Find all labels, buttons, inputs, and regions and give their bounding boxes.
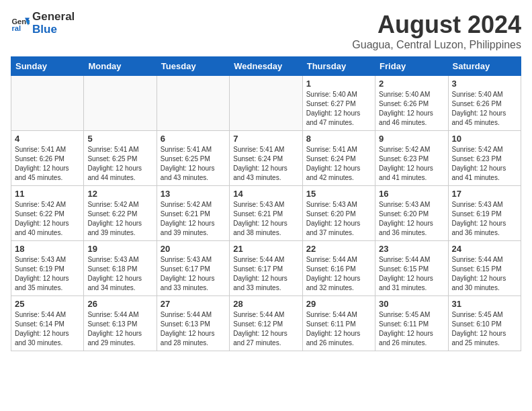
day-number: 9 (379, 134, 444, 144)
calendar-week-2: 4Sunrise: 5:41 AM Sunset: 6:26 PM Daylig… (11, 131, 521, 186)
day-number: 27 (161, 299, 226, 309)
day-number: 6 (161, 134, 226, 144)
logo-blue-text: Blue (32, 24, 75, 36)
day-info: Sunrise: 5:41 AM Sunset: 6:25 PM Dayligh… (87, 145, 152, 183)
day-info: Sunrise: 5:43 AM Sunset: 6:20 PM Dayligh… (306, 200, 371, 238)
calendar-cell: 2Sunrise: 5:40 AM Sunset: 6:26 PM Daylig… (375, 76, 448, 131)
day-number: 23 (379, 244, 444, 254)
day-info: Sunrise: 5:43 AM Sunset: 6:18 PM Dayligh… (87, 255, 152, 293)
col-thursday: Thursday (302, 57, 375, 76)
calendar-week-3: 11Sunrise: 5:42 AM Sunset: 6:22 PM Dayli… (11, 186, 521, 241)
day-number: 28 (233, 299, 298, 309)
calendar-cell: 27Sunrise: 5:44 AM Sunset: 6:13 PM Dayli… (157, 296, 229, 351)
day-number: 21 (233, 244, 298, 254)
calendar-cell: 5Sunrise: 5:41 AM Sunset: 6:25 PM Daylig… (84, 131, 157, 186)
day-number: 26 (87, 299, 152, 309)
calendar-cell (157, 76, 229, 131)
day-number: 24 (452, 244, 517, 254)
calendar-week-5: 25Sunrise: 5:44 AM Sunset: 6:14 PM Dayli… (11, 296, 521, 351)
calendar-cell: 28Sunrise: 5:44 AM Sunset: 6:12 PM Dayli… (230, 296, 302, 351)
day-info: Sunrise: 5:44 AM Sunset: 6:13 PM Dayligh… (87, 310, 152, 348)
day-info: Sunrise: 5:45 AM Sunset: 6:11 PM Dayligh… (379, 310, 444, 348)
day-info: Sunrise: 5:42 AM Sunset: 6:23 PM Dayligh… (452, 145, 517, 183)
logo-icon: Gene ral (11, 14, 30, 33)
day-info: Sunrise: 5:44 AM Sunset: 6:14 PM Dayligh… (15, 310, 80, 348)
calendar-cell: 8Sunrise: 5:41 AM Sunset: 6:24 PM Daylig… (302, 131, 375, 186)
day-number: 5 (87, 134, 152, 144)
day-info: Sunrise: 5:44 AM Sunset: 6:13 PM Dayligh… (161, 310, 226, 348)
calendar-cell: 24Sunrise: 5:44 AM Sunset: 6:15 PM Dayli… (448, 241, 521, 296)
page-header: Gene ral General Blue August 2024 Guagua… (11, 11, 521, 51)
day-number: 18 (15, 244, 80, 254)
day-number: 17 (452, 189, 517, 199)
calendar-cell: 25Sunrise: 5:44 AM Sunset: 6:14 PM Dayli… (11, 296, 84, 351)
day-info: Sunrise: 5:44 AM Sunset: 6:12 PM Dayligh… (233, 310, 298, 348)
calendar-cell: 4Sunrise: 5:41 AM Sunset: 6:26 PM Daylig… (11, 131, 84, 186)
day-info: Sunrise: 5:44 AM Sunset: 6:16 PM Dayligh… (306, 255, 371, 293)
day-info: Sunrise: 5:40 AM Sunset: 6:26 PM Dayligh… (379, 90, 444, 128)
day-info: Sunrise: 5:44 AM Sunset: 6:11 PM Dayligh… (306, 310, 371, 348)
col-monday: Monday (84, 57, 157, 76)
calendar-cell: 10Sunrise: 5:42 AM Sunset: 6:23 PM Dayli… (448, 131, 521, 186)
calendar-cell: 17Sunrise: 5:43 AM Sunset: 6:19 PM Dayli… (448, 186, 521, 241)
calendar-cell: 11Sunrise: 5:42 AM Sunset: 6:22 PM Dayli… (11, 186, 84, 241)
col-wednesday: Wednesday (230, 57, 302, 76)
calendar-week-4: 18Sunrise: 5:43 AM Sunset: 6:19 PM Dayli… (11, 241, 521, 296)
day-number: 22 (306, 244, 371, 254)
day-number: 29 (306, 299, 371, 309)
calendar-cell: 29Sunrise: 5:44 AM Sunset: 6:11 PM Dayli… (302, 296, 375, 351)
col-tuesday: Tuesday (157, 57, 229, 76)
calendar-cell: 31Sunrise: 5:45 AM Sunset: 6:10 PM Dayli… (448, 296, 521, 351)
day-info: Sunrise: 5:45 AM Sunset: 6:10 PM Dayligh… (452, 310, 517, 348)
calendar-cell: 30Sunrise: 5:45 AM Sunset: 6:11 PM Dayli… (375, 296, 448, 351)
day-info: Sunrise: 5:43 AM Sunset: 6:21 PM Dayligh… (233, 200, 298, 238)
day-number: 3 (452, 79, 517, 89)
calendar-cell (84, 76, 157, 131)
day-number: 14 (233, 189, 298, 199)
calendar-cell: 9Sunrise: 5:42 AM Sunset: 6:23 PM Daylig… (375, 131, 448, 186)
day-number: 4 (15, 134, 80, 144)
svg-text:ral: ral (11, 24, 21, 32)
subtitle: Guagua, Central Luzon, Philippines (352, 39, 521, 51)
calendar-cell: 6Sunrise: 5:41 AM Sunset: 6:25 PM Daylig… (157, 131, 229, 186)
day-info: Sunrise: 5:43 AM Sunset: 6:19 PM Dayligh… (15, 255, 80, 293)
calendar-cell: 23Sunrise: 5:44 AM Sunset: 6:15 PM Dayli… (375, 241, 448, 296)
day-info: Sunrise: 5:44 AM Sunset: 6:17 PM Dayligh… (233, 255, 298, 293)
day-number: 20 (161, 244, 226, 254)
day-number: 10 (452, 134, 517, 144)
day-number: 25 (15, 299, 80, 309)
calendar-cell: 19Sunrise: 5:43 AM Sunset: 6:18 PM Dayli… (84, 241, 157, 296)
calendar-cell: 16Sunrise: 5:43 AM Sunset: 6:20 PM Dayli… (375, 186, 448, 241)
day-number: 16 (379, 189, 444, 199)
day-info: Sunrise: 5:40 AM Sunset: 6:27 PM Dayligh… (306, 90, 371, 128)
calendar-cell: 3Sunrise: 5:40 AM Sunset: 6:26 PM Daylig… (448, 76, 521, 131)
day-info: Sunrise: 5:43 AM Sunset: 6:19 PM Dayligh… (452, 200, 517, 238)
day-number: 8 (306, 134, 371, 144)
col-friday: Friday (375, 57, 448, 76)
calendar-cell: 26Sunrise: 5:44 AM Sunset: 6:13 PM Dayli… (84, 296, 157, 351)
calendar-cell (230, 76, 302, 131)
day-number: 13 (161, 189, 226, 199)
day-info: Sunrise: 5:43 AM Sunset: 6:17 PM Dayligh… (161, 255, 226, 293)
day-number: 19 (87, 244, 152, 254)
col-sunday: Sunday (11, 57, 84, 76)
day-info: Sunrise: 5:43 AM Sunset: 6:20 PM Dayligh… (379, 200, 444, 238)
logo-general-text: General (32, 11, 75, 24)
calendar-cell: 13Sunrise: 5:42 AM Sunset: 6:21 PM Dayli… (157, 186, 229, 241)
day-info: Sunrise: 5:41 AM Sunset: 6:24 PM Dayligh… (233, 145, 298, 183)
calendar-cell: 20Sunrise: 5:43 AM Sunset: 6:17 PM Dayli… (157, 241, 229, 296)
day-info: Sunrise: 5:41 AM Sunset: 6:24 PM Dayligh… (306, 145, 371, 183)
calendar-cell: 21Sunrise: 5:44 AM Sunset: 6:17 PM Dayli… (230, 241, 302, 296)
calendar-cell: 7Sunrise: 5:41 AM Sunset: 6:24 PM Daylig… (230, 131, 302, 186)
day-number: 15 (306, 189, 371, 199)
calendar-cell: 15Sunrise: 5:43 AM Sunset: 6:20 PM Dayli… (302, 186, 375, 241)
main-title: August 2024 (352, 11, 521, 39)
col-saturday: Saturday (448, 57, 521, 76)
day-info: Sunrise: 5:44 AM Sunset: 6:15 PM Dayligh… (452, 255, 517, 293)
calendar-cell: 1Sunrise: 5:40 AM Sunset: 6:27 PM Daylig… (302, 76, 375, 131)
calendar-header-row: Sunday Monday Tuesday Wednesday Thursday… (11, 57, 521, 76)
day-number: 7 (233, 134, 298, 144)
day-info: Sunrise: 5:44 AM Sunset: 6:15 PM Dayligh… (379, 255, 444, 293)
logo: Gene ral General Blue (11, 11, 75, 36)
day-info: Sunrise: 5:42 AM Sunset: 6:22 PM Dayligh… (15, 200, 80, 238)
